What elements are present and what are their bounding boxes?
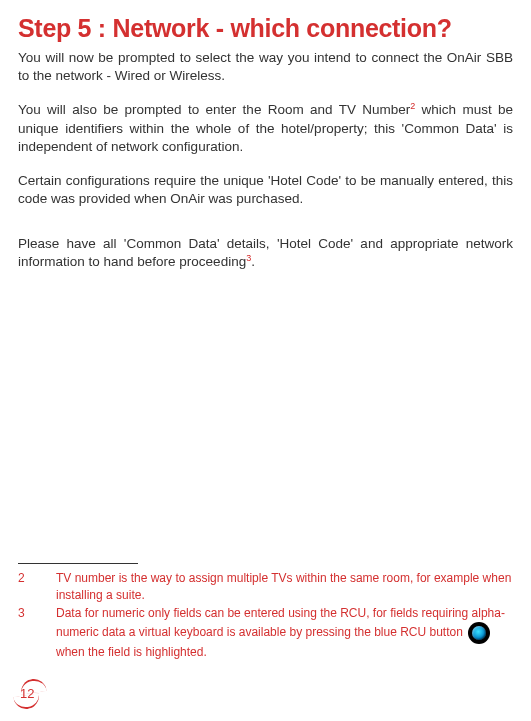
footnote-2: 2 TV number is the way to assign multipl… <box>18 570 513 604</box>
paragraph-4: Please have all 'Common Data' details, '… <box>18 235 513 271</box>
paragraph-2: You will also be prompted to enter the R… <box>18 101 513 156</box>
paragraph-4-part-a: Please have all 'Common Data' details, '… <box>18 236 513 269</box>
rcu-blue-button-icon <box>468 622 490 644</box>
footnote-3-text-a: Data for numeric only fields can be ente… <box>56 606 505 639</box>
footnote-3-text: Data for numeric only fields can be ente… <box>56 605 513 661</box>
footnotes-section: 2 TV number is the way to assign multipl… <box>18 563 513 663</box>
page-number-badge: 12 <box>12 679 48 709</box>
footnote-rule <box>18 563 138 564</box>
page-number: 12 <box>20 686 34 701</box>
paragraph-3: Certain configurations require the uniqu… <box>18 172 513 208</box>
footnote-3-text-b: when the field is highlighted. <box>56 645 207 659</box>
footnote-3: 3 Data for numeric only fields can be en… <box>18 605 513 661</box>
paragraph-2-part-a: You will also be prompted to enter the R… <box>18 102 410 117</box>
footnote-3-number: 3 <box>18 605 56 661</box>
step-heading: Step 5 : Network - which connection? <box>18 14 513 43</box>
paragraph-1: You will now be prompted to select the w… <box>18 49 513 85</box>
footnote-2-number: 2 <box>18 570 56 604</box>
footnote-2-text: TV number is the way to assign multiple … <box>56 570 513 604</box>
paragraph-4-part-b: . <box>251 254 255 269</box>
document-page: Step 5 : Network - which connection? You… <box>0 0 531 721</box>
